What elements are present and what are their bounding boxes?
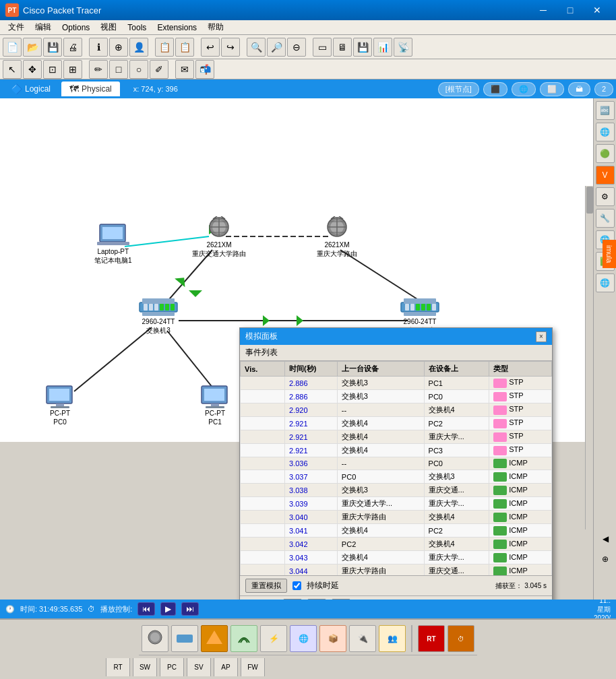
- palette-button[interactable]: ▭: [313, 38, 332, 57]
- paste-button[interactable]: 📋: [175, 38, 194, 57]
- simula-label[interactable]: imula: [603, 240, 616, 268]
- maximize-button[interactable]: □: [557, 0, 584, 20]
- menu-help[interactable]: 帮助: [202, 20, 229, 34]
- sidebar-icon-gear[interactable]: 🔧: [596, 209, 615, 228]
- event-row[interactable]: 3.043交换机4重庆大学... ICMP: [241, 551, 552, 564]
- minimize-button[interactable]: ─: [530, 0, 557, 20]
- event-row[interactable]: 3.036--PC0 ICMP: [241, 457, 552, 470]
- node-pc0[interactable]: PC-PTPC0: [44, 385, 76, 426]
- mode-sim[interactable]: ⏱: [448, 625, 474, 652]
- bottom-device-scroll[interactable]: RT SW PC SV AP FW: [103, 658, 513, 676]
- event-row[interactable]: 2.921交换机4PC3 STP: [241, 444, 552, 457]
- ctrl-btn-1[interactable]: ⬛: [483, 82, 507, 96]
- monitor-button[interactable]: 🖥: [333, 38, 352, 57]
- ellipse-button[interactable]: ○: [129, 60, 148, 79]
- sidebar-icon-3[interactable]: 🟢: [596, 144, 615, 163]
- lib-item-6[interactable]: FW: [241, 658, 265, 676]
- ctrl-btn-4[interactable]: 🏔: [568, 82, 590, 96]
- mode-realtime[interactable]: RT: [418, 625, 445, 652]
- device-router[interactable]: [142, 625, 168, 652]
- event-row[interactable]: 3.040重庆大学路由交换机4 ICMP: [241, 511, 552, 524]
- play-next-btn[interactable]: ⏭: [181, 602, 199, 616]
- sidebar-icon-8[interactable]: 🌐: [596, 273, 615, 292]
- event-row[interactable]: 3.042PC2交换机4 ICMP: [241, 538, 552, 551]
- menu-tools[interactable]: Tools: [122, 22, 152, 34]
- note-button[interactable]: ✉: [175, 60, 194, 79]
- play-btn[interactable]: ▶: [160, 602, 176, 616]
- ctrl-btn-2[interactable]: 🌐: [512, 82, 536, 96]
- sidebar-icon-1[interactable]: 🔤: [596, 101, 615, 120]
- tab-logical[interactable]: 🔷 Logical: [3, 82, 59, 96]
- save2-button[interactable]: 💾: [353, 38, 372, 57]
- reset-sim-button[interactable]: 重置模拟: [245, 579, 287, 593]
- device-hub[interactable]: [201, 625, 228, 652]
- device-switch[interactable]: [171, 625, 198, 652]
- menu-options[interactable]: Options: [57, 22, 95, 34]
- zoom-area-button[interactable]: ⊡: [43, 60, 62, 79]
- new-button[interactable]: 📄: [3, 38, 22, 57]
- event-row[interactable]: 3.041交换机4PC2 ICMP: [241, 524, 552, 538]
- event-row[interactable]: 3.037PC0交换机3 ICMP: [241, 470, 552, 484]
- playback-play-button[interactable]: ▶: [307, 599, 326, 600]
- event-row[interactable]: 3.038交换机3重庆交通... ICMP: [241, 484, 552, 497]
- chart-button[interactable]: 📊: [373, 38, 392, 57]
- node-router1[interactable]: 2621XM重庆交通大学路由: [192, 216, 246, 258]
- lib-item-5[interactable]: AP: [214, 658, 238, 676]
- device-multiuser[interactable]: 👥: [379, 625, 406, 652]
- node-pc1[interactable]: PC-PTPC1: [199, 385, 231, 426]
- zoom-out-button[interactable]: 🔎: [267, 38, 286, 57]
- events-table-container[interactable]: Vis. 时间(秒) 上一台设备 在设备上 类型 2.886交换机3PC1 ST…: [240, 361, 552, 575]
- zoom-area2-button[interactable]: ⊞: [63, 60, 82, 79]
- menu-view[interactable]: 视图: [95, 20, 122, 34]
- node-router2[interactable]: 2621XM重庆大学路由: [317, 216, 357, 258]
- print-button[interactable]: 🖨: [63, 38, 82, 57]
- undo-button[interactable]: ↩: [201, 38, 220, 57]
- zoom-in-button[interactable]: 🔍: [247, 38, 266, 57]
- playback-next-button[interactable]: ⏭: [332, 599, 350, 600]
- event-row[interactable]: 2.886交换机3PC1 STP: [241, 377, 552, 390]
- zoom-reset-button[interactable]: ⊖: [287, 38, 306, 57]
- device-wan[interactable]: 🌐: [290, 625, 317, 652]
- sidebar-icon-4[interactable]: V: [596, 166, 615, 185]
- event-row[interactable]: 2.921交换机4PC2 STP: [241, 417, 552, 430]
- event-row[interactable]: 2.920--交换机4 STP: [241, 403, 552, 417]
- lib-item-3[interactable]: PC: [160, 658, 184, 676]
- lib-item-2[interactable]: SW: [133, 658, 157, 676]
- playback-prev-button[interactable]: ⏮: [283, 599, 302, 600]
- panel-close-button[interactable]: ×: [536, 331, 547, 342]
- device-security[interactable]: ⚡: [260, 625, 287, 652]
- menu-extensions[interactable]: Extensions: [152, 22, 202, 34]
- sidebar-icon-2[interactable]: 🌐: [596, 123, 615, 141]
- info-button[interactable]: ℹ: [89, 38, 108, 57]
- move-button[interactable]: ✥: [23, 60, 42, 79]
- lib-item-1[interactable]: RT: [106, 658, 130, 676]
- ctrl-btn-3[interactable]: ⬜: [540, 82, 564, 96]
- copy-button[interactable]: ⊕: [109, 38, 128, 57]
- network-button[interactable]: 📡: [394, 38, 412, 57]
- root-node-btn[interactable]: [根节点]: [438, 82, 479, 96]
- persistent-checkbox[interactable]: [292, 581, 301, 590]
- node-laptop[interactable]: Laptop-PT笔记本电脑1: [94, 223, 132, 265]
- rect-button[interactable]: □: [109, 60, 128, 79]
- scrollbar-thumb[interactable]: [586, 187, 593, 214]
- device-custom[interactable]: 📦: [319, 625, 346, 652]
- open-button[interactable]: 📂: [23, 38, 42, 57]
- event-row[interactable]: 2.886交换机3PC0 STP: [241, 390, 552, 403]
- device-wireless[interactable]: [230, 625, 257, 652]
- menu-file[interactable]: 文件: [3, 20, 30, 34]
- pdu-button[interactable]: 📬: [195, 60, 214, 79]
- line-button[interactable]: ✏: [89, 60, 108, 79]
- save-button[interactable]: 💾: [43, 38, 62, 57]
- event-row[interactable]: 3.039重庆交通大学...重庆大学... ICMP: [241, 497, 552, 511]
- user-button[interactable]: 👤: [129, 38, 148, 57]
- close-button[interactable]: ✕: [584, 0, 611, 20]
- event-row[interactable]: 2.921交换机4重庆大学... STP: [241, 430, 552, 444]
- node-switch3[interactable]: 2960-24TT交换机3: [138, 297, 179, 335]
- lib-item-4[interactable]: SV: [187, 658, 211, 676]
- tab-physical[interactable]: 🗺 Physical: [61, 82, 120, 96]
- menu-edit[interactable]: 编辑: [30, 20, 57, 34]
- play-prev-btn[interactable]: ⏮: [137, 602, 155, 616]
- device-misc[interactable]: 🔌: [349, 625, 376, 652]
- ctrl-btn-5[interactable]: 2: [594, 82, 613, 96]
- redo-button[interactable]: ↪: [221, 38, 240, 57]
